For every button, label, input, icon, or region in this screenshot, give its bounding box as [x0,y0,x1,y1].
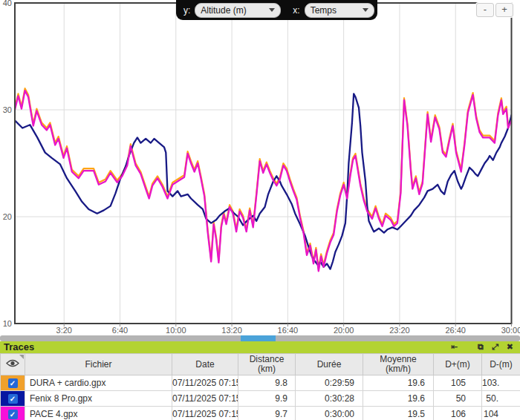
x-axis-select[interactable]: Temps [305,3,374,18]
trace-dminus: 104 [482,407,520,420]
x-axis-tick-label: 26:40 [445,326,466,335]
x-axis-tick-label: 3:20 [56,326,72,335]
x-axis-tick-label: 23:20 [389,326,410,335]
expand-icon[interactable]: ⤢ [492,341,498,353]
trace-duration: 0:29:59 [296,375,363,391]
trace-color-swatch: ✓ [1,375,25,391]
trace-color-swatch: ✓ [1,391,25,407]
trace-average: 19.5 [363,407,434,420]
panel-header-icons: ⇤ ⧉ ⤢ ✖ [451,341,520,353]
trace-dplus: 50 [434,391,482,407]
column-header-file[interactable]: Fichier [25,354,172,375]
x-axis-select-value: Temps [311,5,337,16]
trace-distance: 9.7 [238,407,296,420]
chevron-down-icon [363,8,368,12]
y-axis-select-value: Altitude (m) [201,5,246,16]
trace-distance: 9.8 [238,375,296,391]
column-header-date[interactable]: Date [172,354,238,375]
trace-dplus: 106 [434,407,482,420]
trace-average: 19.6 [363,391,434,407]
trace-duration: 0:30:28 [296,391,363,407]
trace-date: 07/11/2025 07:15 [172,391,238,407]
dock-left-icon[interactable]: ⇤ [451,341,458,353]
zoom-in-button[interactable]: + [495,3,513,17]
column-header-duration[interactable]: Durée [296,354,363,375]
popout-icon[interactable]: ⧉ [478,341,484,353]
y-axis-label: y: [183,5,190,16]
trace-line [15,91,512,271]
column-header-average[interactable]: Moyenne(km/h) [363,354,434,375]
visibility-column-header[interactable] [1,354,25,375]
column-header-dplus[interactable]: D+(m) [434,354,482,375]
visibility-checkbox[interactable]: ✓ [8,378,18,388]
gps-traces-app: 3:206:4010:0013:2016:4020:0023:2026:4030… [0,0,520,420]
column-header-distance[interactable]: Distance(km) [238,354,296,375]
eye-icon [6,359,19,367]
trace-distance: 9.9 [238,391,296,407]
trace-date: 07/11/2025 07:15 [172,407,238,420]
x-axis-tick-label: 10:00 [166,326,186,335]
zoom-controls: - + [475,2,514,18]
trace-dplus: 105 [434,375,482,391]
table-row[interactable]: ✓ DURA + cardio.gpx 07/11/2025 07:15 9.8… [1,375,520,391]
chevron-down-icon [269,8,275,12]
x-axis-tick-label: 20:00 [334,326,354,335]
scrollbar-thumb[interactable] [241,335,276,341]
trace-average: 19.6 [363,375,434,391]
table-header-row: Fichier Date Distance(km) Durée Moyenne(… [1,354,520,375]
timeline-scrollbar[interactable] [0,335,520,341]
panel-title: Traces [0,341,34,353]
trace-file-name: DURA + cardio.gpx [25,375,172,391]
x-axis-tick-label: 30:00 [501,326,520,335]
chart-canvas[interactable]: 3:206:4010:0013:2016:4020:0023:2026:4030… [0,0,520,335]
trace-line [15,88,512,269]
traces-table: Fichier Date Distance(km) Durée Moyenne(… [0,353,520,420]
y-axis-tick-label: 20 [3,212,12,221]
table-row[interactable]: ✓ Fenix 8 Pro.gpx 07/11/2025 07:15 9.9 0… [1,391,520,407]
trace-duration: 0:30:00 [296,407,363,420]
visibility-checkbox[interactable]: ✓ [8,394,18,404]
y-axis-tick-label: 40 [3,0,12,7]
trace-dminus: 50. [482,391,520,407]
altitude-chart[interactable]: 3:206:4010:0013:2016:4020:0023:2026:4030… [0,0,520,335]
y-axis-tick-label: 10 [3,319,12,328]
close-icon[interactable]: ✖ [507,341,513,353]
trace-color-swatch: ✓ [1,407,25,420]
axis-picker-panel: y: Altitude (m) x: Temps [176,0,377,20]
trace-date: 07/11/2025 07:15 [172,375,238,391]
trace-dminus: 103. [482,375,520,391]
visibility-checkbox[interactable]: ✓ [8,410,18,419]
x-axis-label: x: [293,5,299,16]
trace-file-name: Fenix 8 Pro.gpx [25,391,172,407]
x-axis-tick-label: 6:40 [112,326,128,335]
x-axis-tick-label: 16:40 [278,326,299,335]
column-header-dminus[interactable]: D-(m) [482,354,520,375]
table-row[interactable]: ✓ PACE 4.gpx 07/11/2025 07:15 9.7 0:30:0… [1,407,520,420]
trace-file-name: PACE 4.gpx [25,407,172,420]
zoom-out-button[interactable]: - [476,3,494,17]
traces-panel-header: Traces ⇤ ⧉ ⤢ ✖ [0,341,520,353]
x-axis-tick-label: 13:20 [221,326,242,335]
y-axis-select[interactable]: Altitude (m) [195,3,281,18]
y-axis-tick-label: 30 [3,105,12,114]
